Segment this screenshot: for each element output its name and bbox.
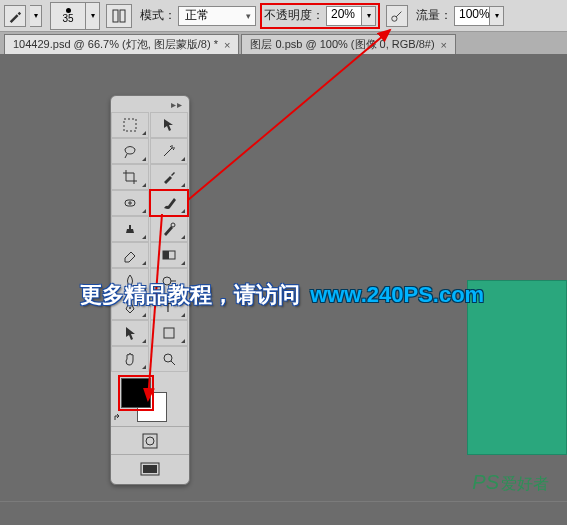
watermark-main: PS: [472, 471, 499, 493]
zoom-tool[interactable]: [150, 346, 188, 372]
shape-tool[interactable]: [150, 320, 188, 346]
foreground-color-swatch[interactable]: [121, 378, 151, 408]
shape-tool-icon: [161, 325, 177, 341]
brush-preset-dropdown[interactable]: ▾: [86, 2, 100, 30]
clone-stamp-tool-icon: [122, 221, 138, 237]
overlay-text-url: www.240PS.com: [310, 282, 484, 307]
swap-icon: [113, 412, 125, 424]
opacity-pressure-button[interactable]: [386, 5, 408, 27]
document-tab-1[interactable]: 104429.psd @ 66.7% (灯泡, 图层蒙版/8) * ×: [4, 34, 239, 54]
collapse-icon: ▸▸: [171, 99, 183, 110]
flow-value: 100%: [459, 7, 490, 21]
watermark-sub: 爱好者: [501, 475, 549, 492]
eyedropper-tool[interactable]: [150, 164, 188, 190]
tool-preset-dropdown[interactable]: ▾: [30, 5, 42, 27]
clone-stamp-tool[interactable]: [111, 216, 149, 242]
swap-colors-button[interactable]: [113, 410, 125, 422]
eraser-tool[interactable]: [111, 242, 149, 268]
crop-tool[interactable]: [111, 164, 149, 190]
overlay-text-main: 更多精品教程，请访问: [80, 282, 300, 307]
flow-group: 流量： 100% ▾: [416, 6, 504, 26]
color-swatch-box: [111, 372, 189, 426]
blend-mode-select[interactable]: 正常: [178, 6, 256, 26]
lasso-tool-icon: [122, 143, 138, 159]
magic-wand-tool-icon: [161, 143, 177, 159]
brush-tool-icon: [161, 195, 177, 211]
hand-tool[interactable]: [111, 346, 149, 372]
screen-mode-button[interactable]: [111, 454, 189, 484]
divider: [0, 501, 567, 525]
opacity-input[interactable]: 20%: [326, 6, 362, 26]
opacity-label: 不透明度：: [264, 7, 324, 24]
healing-brush-tool-icon: [122, 195, 138, 211]
brush-panel-button[interactable]: [106, 4, 132, 28]
blend-mode-value: 正常: [185, 7, 209, 24]
marquee-tool[interactable]: [111, 112, 149, 138]
document-tab-label: 104429.psd @ 66.7% (灯泡, 图层蒙版/8) *: [13, 37, 218, 52]
brush-size-label: 35: [62, 13, 73, 24]
opacity-group-highlight: 不透明度： 20% ▾: [260, 3, 380, 29]
move-tool-icon: [161, 117, 177, 133]
overlay-text: 更多精品教程，请访问 www.240PS.com: [80, 280, 484, 310]
brush-icon: [8, 9, 22, 23]
flow-label: 流量：: [416, 7, 452, 24]
svg-rect-1: [120, 10, 125, 22]
brush-thumbnail: 35: [50, 2, 86, 30]
flow-input[interactable]: 100%: [454, 6, 490, 26]
gradient-tool-icon: [161, 247, 177, 263]
zoom-tool-icon: [161, 351, 177, 367]
options-bar: ▾ 35 ▾ 模式： 正常 不透明度： 20% ▾ 流量： 100% ▾: [0, 0, 567, 32]
document-tab-2[interactable]: 图层 0.psb @ 100% (图像 0, RGB/8#) ×: [241, 34, 456, 54]
lasso-tool[interactable]: [111, 138, 149, 164]
magic-wand-tool[interactable]: [150, 138, 188, 164]
svg-rect-16: [143, 465, 157, 473]
svg-point-5: [171, 223, 175, 227]
quick-mask-icon: [141, 432, 159, 450]
healing-brush-tool[interactable]: [111, 190, 149, 216]
opacity-value: 20%: [331, 7, 355, 21]
eraser-tool-icon: [122, 247, 138, 263]
hand-tool-icon: [122, 351, 138, 367]
tool-preset-button[interactable]: [4, 5, 26, 27]
flow-dropdown[interactable]: ▾: [490, 6, 504, 26]
svg-rect-11: [164, 328, 174, 338]
eyedropper-tool-icon: [161, 169, 177, 185]
screen-mode-icon: [140, 462, 160, 478]
history-brush-tool[interactable]: [150, 216, 188, 242]
svg-rect-7: [163, 251, 169, 259]
panel-grip[interactable]: ▸▸: [111, 96, 189, 112]
brush-panel-icon: [111, 8, 127, 24]
svg-point-12: [164, 354, 172, 362]
path-select-tool[interactable]: [111, 320, 149, 346]
document-tab-bar: 104429.psd @ 66.7% (灯泡, 图层蒙版/8) * × 图层 0…: [0, 32, 567, 54]
crop-tool-icon: [122, 169, 138, 185]
svg-rect-13: [143, 434, 157, 448]
brush-preset-picker[interactable]: 35 ▾: [50, 2, 100, 30]
svg-point-14: [146, 437, 154, 445]
marquee-tool-icon: [122, 117, 138, 133]
mode-label: 模式：: [140, 7, 176, 24]
move-tool[interactable]: [150, 112, 188, 138]
gradient-tool[interactable]: [150, 242, 188, 268]
pressure-icon: [390, 9, 404, 23]
close-icon[interactable]: ×: [224, 39, 230, 51]
opacity-dropdown[interactable]: ▾: [362, 6, 376, 26]
history-brush-tool-icon: [161, 221, 177, 237]
svg-rect-3: [124, 119, 136, 131]
svg-rect-0: [113, 10, 118, 22]
watermark: PS爱好者: [472, 471, 549, 495]
brush-tool[interactable]: [150, 190, 188, 216]
close-icon[interactable]: ×: [441, 39, 447, 51]
path-select-tool-icon: [122, 325, 138, 341]
quick-mask-button[interactable]: [111, 426, 189, 454]
document-tab-label: 图层 0.psb @ 100% (图像 0, RGB/8#): [250, 37, 434, 52]
